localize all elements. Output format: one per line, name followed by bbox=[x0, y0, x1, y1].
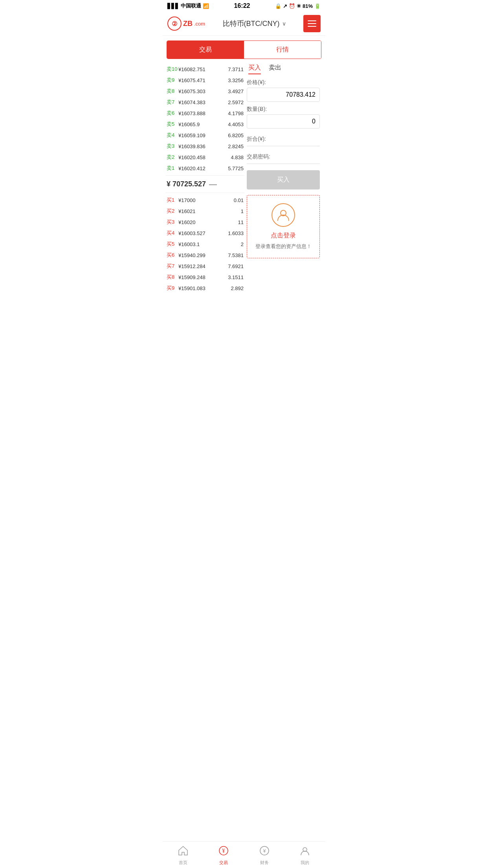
sell-order-row[interactable]: 卖3 ¥16039.836 2.8245 bbox=[166, 141, 244, 152]
status-bar: ▋▋▋ 中国联通 📶 16:22 🔒 ↗ ⏰ ✳ 81% 🔋 bbox=[163, 0, 325, 12]
bluetooth-icon: ✳ bbox=[297, 3, 301, 9]
buy-order-price: ¥15912.284 bbox=[178, 263, 224, 269]
buy-order-price: ¥15901.083 bbox=[178, 285, 224, 291]
logo-text: ZB bbox=[183, 20, 193, 28]
buy-order-price: ¥15940.299 bbox=[178, 252, 224, 258]
sell-order-row[interactable]: 卖7 ¥16074.383 2.5972 bbox=[166, 97, 244, 108]
buy-order-price: ¥16003.1 bbox=[178, 241, 224, 247]
sell-order-price: ¥16075.471 bbox=[178, 77, 224, 83]
buy-order-row[interactable]: 买1 ¥17000 0.01 bbox=[166, 195, 244, 206]
buy-order-label: 买5 bbox=[167, 241, 178, 248]
buy-order-price: ¥16021 bbox=[178, 208, 224, 214]
buy-order-amount: 7.5381 bbox=[224, 252, 244, 258]
sell-order-row[interactable]: 卖5 ¥16065.9 4.4053 bbox=[166, 119, 244, 130]
menu-button[interactable] bbox=[303, 15, 321, 32]
header-title[interactable]: 比特币(BTC/CNY) ∨ bbox=[223, 19, 286, 28]
logo-com: .com bbox=[194, 21, 205, 27]
sell-order-row[interactable]: 卖2 ¥16020.458 4.838 bbox=[166, 152, 244, 163]
password-row: 交易密码: bbox=[247, 150, 320, 164]
buy-order-label: 买7 bbox=[167, 263, 178, 270]
sell-order-price: ¥16020.412 bbox=[178, 166, 224, 171]
sell-order-row[interactable]: 卖8 ¥16075.303 3.4927 bbox=[166, 86, 244, 97]
buy-order-label: 买8 bbox=[167, 274, 178, 281]
buy-order-row[interactable]: 买8 ¥15909.248 3.1511 bbox=[166, 272, 244, 283]
buy-order-row[interactable]: 买6 ¥15940.299 7.5381 bbox=[166, 250, 244, 261]
buy-order-amount: 3.1511 bbox=[224, 274, 244, 280]
buy-order-price: ¥16020 bbox=[178, 219, 224, 225]
login-hint: 登录查看您的资产信息！ bbox=[251, 243, 316, 250]
sell-order-price: ¥16082.751 bbox=[178, 66, 224, 72]
status-left: ▋▋▋ 中国联通 📶 bbox=[167, 2, 209, 9]
header: ② ZB .com 比特币(BTC/CNY) ∨ bbox=[163, 12, 325, 36]
sell-order-price: ¥16059.109 bbox=[178, 132, 224, 138]
sell-order-label: 卖9 bbox=[167, 77, 178, 84]
tab-row: 交易 行情 bbox=[167, 40, 321, 59]
buy-button[interactable]: 买入 bbox=[247, 170, 320, 189]
price-dash-icon: — bbox=[209, 180, 217, 189]
sell-order-row[interactable]: 卖6 ¥16073.888 4.1798 bbox=[166, 108, 244, 119]
buy-order-price: ¥17000 bbox=[178, 197, 224, 203]
sell-order-label: 卖1 bbox=[167, 165, 178, 172]
sell-order-label: 卖10 bbox=[167, 66, 178, 73]
buy-order-label: 买2 bbox=[167, 208, 178, 215]
sell-order-amount: 5.7725 bbox=[224, 166, 244, 171]
sell-order-label: 卖4 bbox=[167, 132, 178, 139]
tab-trade[interactable]: 交易 bbox=[167, 41, 244, 59]
sell-order-price: ¥16074.383 bbox=[178, 99, 224, 105]
sell-order-amount: 4.838 bbox=[224, 154, 244, 160]
total-label: 折合(¥): bbox=[247, 136, 266, 143]
sell-order-price: ¥16075.303 bbox=[178, 88, 224, 94]
buy-order-row[interactable]: 买4 ¥16003.527 1.6033 bbox=[166, 228, 244, 239]
trade-panel: 买入 卖出 价格(¥): 数量(Ƀ): 折合(¥): 交易密码: 买入 bbox=[244, 64, 322, 294]
sell-order-price: ¥16073.888 bbox=[178, 110, 224, 116]
sell-order-amount: 4.1798 bbox=[224, 110, 244, 116]
sell-order-row[interactable]: 卖4 ¥16059.109 6.8205 bbox=[166, 130, 244, 141]
buy-order-label: 买4 bbox=[167, 230, 178, 237]
buy-order-amount: 0.01 bbox=[224, 197, 244, 203]
sell-order-price: ¥16065.9 bbox=[178, 121, 224, 127]
buy-order-label: 买1 bbox=[167, 197, 178, 204]
login-button[interactable]: 点击登录 bbox=[251, 232, 316, 240]
signal-icon: ▋▋▋ bbox=[167, 3, 179, 9]
sell-order-row[interactable]: 卖1 ¥16020.412 5.7725 bbox=[166, 163, 244, 174]
sell-order-amount: 3.4927 bbox=[224, 88, 244, 94]
sell-order-row[interactable]: 卖10 ¥16082.751 7.3711 bbox=[166, 64, 244, 75]
buy-order-row[interactable]: 买7 ¥15912.284 7.6921 bbox=[166, 261, 244, 272]
logo-icon: ② bbox=[167, 17, 182, 31]
buy-order-amount: 2.892 bbox=[224, 285, 244, 291]
buy-order-row[interactable]: 买5 ¥16003.1 2 bbox=[166, 239, 244, 250]
price-input[interactable] bbox=[247, 88, 320, 102]
amount-input-group: 数量(Ƀ): bbox=[247, 106, 320, 129]
status-right: 🔒 ↗ ⏰ ✳ 81% 🔋 bbox=[275, 3, 321, 9]
buy-order-amount: 1.6033 bbox=[224, 230, 244, 236]
sell-order-label: 卖6 bbox=[167, 110, 178, 117]
sell-order-amount: 3.3256 bbox=[224, 77, 244, 83]
buy-sell-tabs: 买入 卖出 bbox=[247, 64, 320, 74]
tab-market[interactable]: 行情 bbox=[244, 41, 321, 59]
login-avatar-icon bbox=[272, 203, 295, 227]
sell-order-row[interactable]: 卖9 ¥16075.471 3.3256 bbox=[166, 75, 244, 86]
amount-input[interactable] bbox=[247, 114, 320, 129]
battery-icon: 🔋 bbox=[314, 3, 321, 9]
wifi-icon: 📶 bbox=[203, 3, 209, 9]
market-name: 比特币(BTC/CNY) bbox=[223, 19, 280, 28]
buy-order-row[interactable]: 买2 ¥16021 1 bbox=[166, 206, 244, 217]
buy-order-price: ¥16003.527 bbox=[178, 230, 224, 236]
tab-sell[interactable]: 卖出 bbox=[269, 64, 281, 74]
price-input-group: 价格(¥): bbox=[247, 79, 320, 102]
buy-order-amount: 2 bbox=[224, 241, 244, 247]
buy-order-amount: 1 bbox=[224, 208, 244, 214]
buy-order-amount: 11 bbox=[224, 219, 244, 225]
login-prompt: 点击登录 登录查看您的资产信息！ bbox=[247, 195, 320, 258]
buy-order-row[interactable]: 买9 ¥15901.083 2.892 bbox=[166, 283, 244, 294]
amount-label: 数量(Ƀ): bbox=[247, 106, 320, 113]
buy-order-row[interactable]: 买3 ¥16020 11 bbox=[166, 217, 244, 228]
main-content: 卖10 ¥16082.751 7.3711 卖9 ¥16075.471 3.32… bbox=[163, 64, 325, 294]
status-time: 16:22 bbox=[234, 2, 250, 9]
password-label: 交易密码: bbox=[247, 153, 270, 160]
sell-order-amount: 6.8205 bbox=[224, 132, 244, 138]
lock-icon: 🔒 bbox=[275, 3, 281, 9]
sell-order-price: ¥16039.836 bbox=[178, 143, 224, 149]
sell-order-amount: 2.8245 bbox=[224, 143, 244, 149]
tab-buy[interactable]: 买入 bbox=[248, 64, 261, 74]
